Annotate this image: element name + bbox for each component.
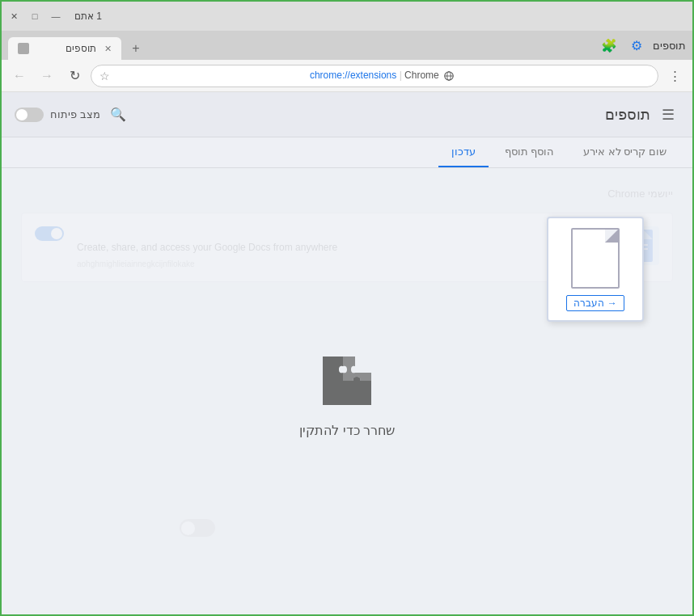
tab-settings[interactable]: עדכון bbox=[438, 137, 489, 167]
browser-tab[interactable]: תוספים ✕ bbox=[8, 37, 121, 60]
maximize-button[interactable]: □ bbox=[29, 11, 40, 22]
back-button[interactable]: ← bbox=[8, 65, 31, 87]
extensions-header: ☰ תוספים 🔍 מצב פיתוח bbox=[2, 92, 692, 137]
close-button[interactable]: ✕ bbox=[8, 11, 19, 22]
transfer-button[interactable]: → העברה bbox=[566, 295, 624, 311]
extensions-content: ייושמי Chrome 0.0.0.6 Docs Create, s bbox=[2, 168, 692, 616]
drag-file-icon bbox=[571, 228, 620, 289]
url-extensions: chrome://extensions bbox=[310, 70, 396, 81]
tab-label: תוספים bbox=[34, 43, 96, 54]
unlock-button[interactable]: שחרר כדי להתקין bbox=[299, 423, 395, 438]
header-left-controls: 🔍 מצב פיתוח bbox=[15, 103, 129, 126]
extensions-puzzle-button[interactable]: 🧩 bbox=[598, 34, 620, 57]
extensions-search-button[interactable]: 🔍 bbox=[107, 103, 129, 126]
drag-target-card: → העברה bbox=[547, 217, 644, 322]
tab-favicon bbox=[18, 43, 29, 54]
tab-no-errors[interactable]: שום קריס לא אירע bbox=[570, 137, 679, 167]
hamburger-menu-button[interactable]: ☰ bbox=[657, 103, 679, 126]
dev-mode-label: מצב פיתוח bbox=[50, 108, 100, 120]
extensions-page-title: תוספים bbox=[605, 106, 650, 124]
address-text: chrome://extensions | Chrome bbox=[115, 70, 650, 82]
title-bar: ✕ □ — 1 אתם bbox=[2, 2, 692, 31]
browser-toolbar: ← → ↻ ☆ chrome://extensions | Chrome ⋮ bbox=[2, 60, 692, 92]
browser-name: Chrome bbox=[404, 70, 439, 81]
extensions-label: תוספים bbox=[653, 40, 686, 52]
settings-gear-button[interactable]: ⚙ bbox=[625, 34, 648, 57]
title-bar-controls: ✕ □ — bbox=[8, 11, 61, 22]
address-bar[interactable]: ☆ chrome://extensions | Chrome bbox=[91, 65, 658, 87]
extensions-page: ☰ תוספים 🔍 מצב פיתוח שום קריס לא אירע הו… bbox=[2, 92, 692, 616]
minimize-button[interactable]: — bbox=[50, 11, 61, 22]
title-bar-text: 1 אתם bbox=[74, 11, 102, 22]
tab-add-more[interactable]: הוסף תוסף bbox=[492, 137, 568, 167]
globe-icon bbox=[443, 70, 455, 82]
puzzle-piece-icon bbox=[315, 348, 379, 413]
reload-button[interactable]: ↻ bbox=[63, 65, 86, 87]
dev-mode-toggle[interactable] bbox=[15, 108, 44, 122]
toolbar-right: ⋮ bbox=[663, 65, 686, 87]
toolbar-menu-button[interactable]: ⋮ bbox=[663, 65, 686, 87]
dev-mode-toggle-thumb bbox=[16, 109, 28, 120]
extensions-tabs: שום קריס לא אירע הוסף תוסף עדכון bbox=[2, 137, 692, 168]
tab-close-button[interactable]: ✕ bbox=[104, 44, 112, 54]
tab-bar: תוספים ✕ + 🧩 ⚙ תוספים bbox=[2, 31, 692, 60]
new-tab-button[interactable]: + bbox=[125, 37, 147, 60]
forward-button[interactable]: → bbox=[36, 65, 58, 87]
bookmark-icon[interactable]: ☆ bbox=[99, 70, 110, 82]
